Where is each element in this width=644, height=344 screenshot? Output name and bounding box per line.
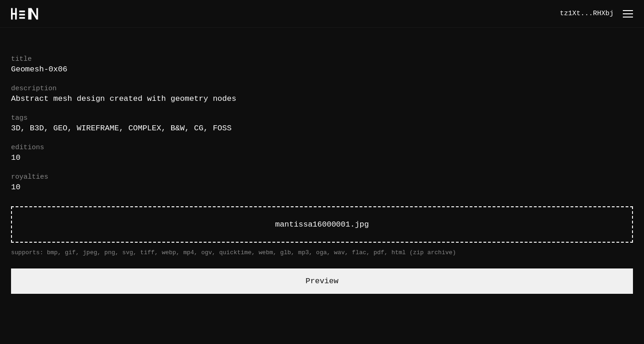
header-right: tz1Xt...RHXbj	[560, 10, 633, 17]
svg-rect-4	[19, 14, 25, 16]
logo-icon	[11, 6, 48, 21]
svg-rect-3	[19, 10, 25, 12]
tags-field-group: tags 3D, B3D, GEO, WIREFRAME, COMPLEX, B…	[11, 114, 633, 133]
file-dropzone-filename: mantissa16000001.jpg	[275, 220, 369, 229]
editions-label: editions	[11, 144, 633, 152]
svg-marker-7	[30, 8, 38, 19]
editions-field-group: editions 10	[11, 144, 633, 162]
svg-rect-5	[19, 17, 25, 19]
wallet-address[interactable]: tz1Xt...RHXbj	[560, 10, 614, 17]
royalties-label: royalties	[11, 173, 633, 181]
tags-value: 3D, B3D, GEO, WIREFRAME, COMPLEX, B&W, C…	[11, 124, 633, 133]
svg-rect-6	[28, 8, 30, 19]
description-value: Abstract mesh design created with geomet…	[11, 94, 633, 103]
preview-button[interactable]: Preview	[11, 268, 633, 294]
royalties-field-group: royalties 10	[11, 173, 633, 192]
description-field-group: description Abstract mesh design created…	[11, 85, 633, 103]
title-value: Geomesh-0x06	[11, 65, 633, 74]
title-field-group: title Geomesh-0x06	[11, 55, 633, 74]
main-content: title Geomesh-0x06 description Abstract …	[0, 28, 644, 305]
logo[interactable]	[11, 6, 48, 21]
editions-value: 10	[11, 153, 633, 162]
description-label: description	[11, 85, 633, 93]
supports-text: supports: bmp, gif, jpeg, png, svg, tiff…	[11, 248, 633, 257]
tags-label: tags	[11, 114, 633, 122]
file-dropzone[interactable]: mantissa16000001.jpg	[11, 206, 633, 243]
svg-rect-2	[15, 8, 17, 19]
title-label: title	[11, 55, 633, 63]
royalties-value: 10	[11, 183, 633, 192]
hamburger-menu-icon[interactable]	[623, 10, 633, 17]
header: tz1Xt...RHXbj	[0, 0, 644, 28]
